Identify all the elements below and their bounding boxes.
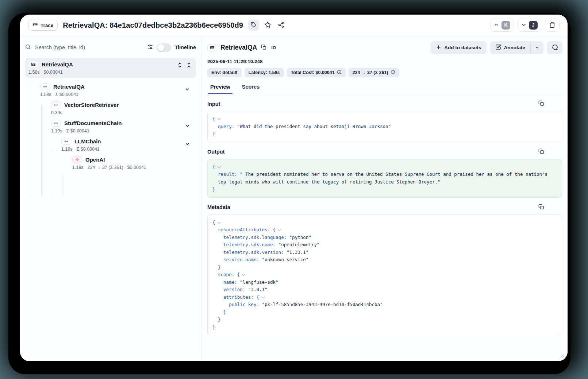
tag-button[interactable] xyxy=(248,20,259,31)
comments-button[interactable] xyxy=(547,41,562,54)
metadata-section: Metadata {resourceAttributes: {telemetry… xyxy=(207,203,562,336)
previous-trace-button[interactable]: K xyxy=(490,19,514,32)
tree-row-span[interactable]: ↔ VectorStoreRetriever 0.39s xyxy=(25,101,196,115)
json-brace: } xyxy=(223,309,226,315)
json-brace: { xyxy=(212,220,215,225)
copy-icon xyxy=(538,205,544,211)
star-icon xyxy=(264,21,271,29)
arrows-icon: ↔ xyxy=(54,103,58,107)
trace-tree-icon xyxy=(207,44,217,51)
latency-badge: Latency: 1.58s xyxy=(245,68,284,77)
generation-sparkle-icon xyxy=(72,156,82,163)
chevron-down-icon[interactable] xyxy=(185,87,190,94)
latency-value: 1.19s xyxy=(61,147,73,152)
collapse-chevron-icon[interactable] xyxy=(217,165,221,168)
trace-tree-icon xyxy=(32,22,38,28)
info-icon[interactable] xyxy=(337,70,342,76)
collapse-all-icon[interactable] xyxy=(186,62,192,69)
latency-value: 1.19s xyxy=(51,128,62,134)
json-value: " The president nominated her to serve o… xyxy=(218,171,550,185)
copy-icon xyxy=(261,46,266,51)
arrows-icon: ↔ xyxy=(54,121,58,125)
tree-row-span[interactable]: ↔ StuffDocumentsChain 1.19sΣ $0.00041 xyxy=(25,120,196,134)
collapse-chevron-icon[interactable] xyxy=(242,272,246,276)
cost-value: Σ $0.00041 xyxy=(66,128,89,134)
json-brace: } xyxy=(212,186,215,192)
tree-row-trace-root[interactable]: RetrievalQA 1.58s$0.00041 xyxy=(25,58,196,78)
copy-input-button[interactable] xyxy=(538,100,545,108)
output-section: Output {result: " The president nominate… xyxy=(207,148,562,198)
annotate-menu-chevron[interactable] xyxy=(531,41,543,54)
row-metrics: 0.39s xyxy=(51,110,196,115)
json-key: name: xyxy=(223,279,240,285)
env-badge: Env: default xyxy=(207,68,242,77)
row-metrics: 1.19s224 → 37 (Σ 261)$0.00041 xyxy=(72,165,196,170)
row-metrics: 1.58s$0.00041 xyxy=(28,70,192,75)
copy-output-button[interactable] xyxy=(538,148,545,156)
trace-tree-sidebar: Timeline RetrievalQA 1.58s$0.00041 xyxy=(20,36,201,361)
latency-value: 1.19s xyxy=(72,165,84,170)
preview-scores-tabs: Preview Scores xyxy=(207,82,562,94)
info-icon[interactable] xyxy=(391,70,395,76)
json-key: query: xyxy=(218,124,237,129)
favorite-star-button[interactable] xyxy=(263,20,273,31)
next-trace-button[interactable]: J xyxy=(518,19,541,32)
chat-bubble-icon xyxy=(552,44,558,51)
json-key: telemetry.sdk.language: xyxy=(223,235,289,240)
span-name: RetrievalQA xyxy=(53,84,85,90)
token-usage: 224 → 37 (Σ 261) xyxy=(88,165,123,170)
collapse-chevron-icon[interactable] xyxy=(278,228,281,231)
json-key: result: xyxy=(218,171,240,177)
search-input[interactable] xyxy=(34,44,144,51)
chevron-down-icon[interactable] xyxy=(185,142,190,148)
trace-titlebar: Trace RetrievalQA: 84e1ac07dedbce3b2a236… xyxy=(20,15,568,36)
content-area: Timeline RetrievalQA 1.58s$0.00041 xyxy=(20,36,568,361)
json-value: "opentelemetry" xyxy=(278,242,320,247)
add-to-datasets-label: Add to datasets xyxy=(444,45,481,50)
copy-icon xyxy=(538,150,544,155)
add-to-datasets-button[interactable]: Add to datasets xyxy=(431,41,486,54)
expand-all-icon[interactable] xyxy=(177,62,182,69)
cost-value: $0.00041 xyxy=(44,70,63,75)
app-window: Trace RetrievalQA: 84e1ac07dedbce3b2a236… xyxy=(20,15,568,361)
collapse-chevron-icon[interactable] xyxy=(217,220,221,224)
share-button[interactable] xyxy=(276,20,286,31)
copy-id-button[interactable] xyxy=(260,44,267,52)
cost-value: Σ $0.00041 xyxy=(77,147,100,152)
total-cost-badge: Total Cost: $0.00041 xyxy=(287,68,346,77)
tree-row-generation[interactable]: OpenAI 1.19s224 → 37 (Σ 261)$0.00041 xyxy=(25,156,196,170)
copy-metadata-button[interactable] xyxy=(538,203,545,212)
token-usage-badge: 224 → 37 (Σ 261) xyxy=(349,68,399,77)
timeline-toggle-label: Timeline xyxy=(174,45,196,50)
annotate-button[interactable]: Annotate xyxy=(490,41,531,54)
tree-guide-line xyxy=(62,174,62,197)
json-key: resourceAttributes: xyxy=(218,227,273,232)
input-json-viewer: {query: "What did the president say abou… xyxy=(212,115,557,138)
json-brace: { xyxy=(212,164,215,170)
chevron-down-icon xyxy=(521,22,526,28)
trace-timestamp: 2025-06-11 11:29:10.248 xyxy=(207,59,562,64)
span-type-icon: ↔ xyxy=(61,138,71,145)
tab-scores[interactable]: Scores xyxy=(241,82,260,94)
json-value: "unknown_service" xyxy=(262,257,308,262)
delete-trace-button[interactable] xyxy=(545,19,560,32)
resize-grip-icon[interactable] xyxy=(560,354,564,358)
env-badge-label: Env: default xyxy=(211,70,238,75)
tree-row-span[interactable]: ↔ RetrievalQA 1.58sΣ $0.00041 xyxy=(25,83,196,97)
span-type-icon: ↔ xyxy=(51,101,61,108)
collapse-chevron-icon[interactable] xyxy=(261,295,265,298)
span-name: OpenAI xyxy=(85,156,105,163)
tree-row-span[interactable]: ↔ LLMChain 1.19sΣ $0.00041 xyxy=(25,138,196,152)
timeline-toggle[interactable] xyxy=(157,43,171,52)
json-value: "1.33.1" xyxy=(287,250,308,255)
filter-sliders-icon[interactable] xyxy=(147,44,153,51)
chevron-up-icon xyxy=(494,22,499,28)
collapse-chevron-icon[interactable] xyxy=(217,117,221,120)
chevron-down-icon[interactable] xyxy=(185,123,190,130)
arrows-icon: ↔ xyxy=(64,139,68,144)
tab-preview[interactable]: Preview xyxy=(210,82,231,94)
trash-icon xyxy=(549,22,556,29)
page-title: RetrievalQA: 84e1ac07dedbce3b2a236b6ece6… xyxy=(63,21,243,30)
json-key: service.name: xyxy=(223,257,262,262)
json-brace: } xyxy=(218,317,221,322)
